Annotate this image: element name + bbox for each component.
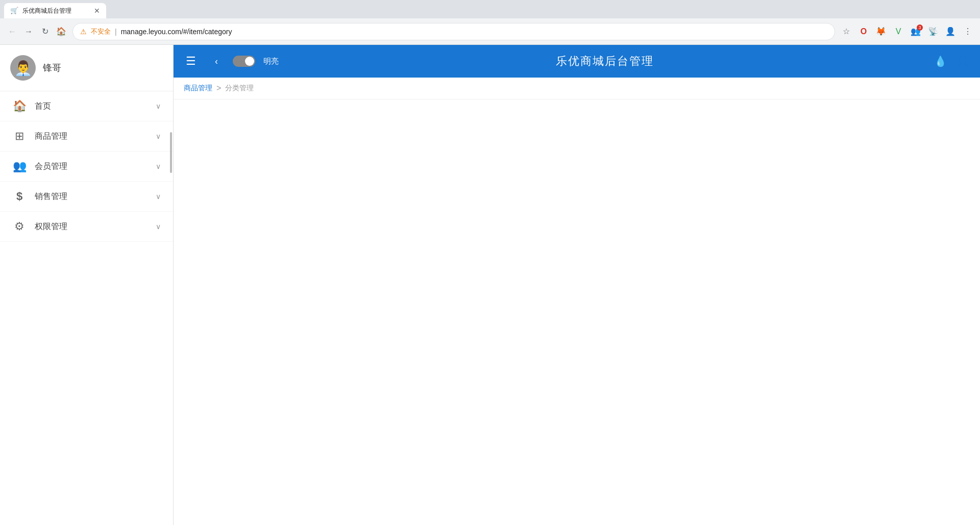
nav-item-home[interactable]: 🏠 首页 ∨ bbox=[0, 91, 173, 121]
theme-toggle[interactable] bbox=[233, 56, 255, 67]
main-content: ☰ ‹ 明亮 乐优商城后台管理 💧 👤 商品管理 > 分类管理 bbox=[174, 45, 980, 525]
opera-icon[interactable]: O bbox=[856, 24, 871, 39]
app-sidebar: 👨‍💼 锋哥 🏠 首页 ∨ ⊞ 商品管理 ∨ 👥 会员管理 bbox=[0, 45, 174, 525]
security-label: 不安全 bbox=[91, 27, 111, 36]
sales-arrow-icon: ∨ bbox=[156, 192, 161, 201]
profile-icon[interactable]: 👤 bbox=[943, 24, 958, 39]
forward-button[interactable]: → bbox=[21, 24, 36, 39]
header-action-icons: 💧 👤 bbox=[931, 52, 972, 70]
browser-content: 👨‍💼 锋哥 🏠 首页 ∨ ⊞ 商品管理 ∨ 👥 会员管理 bbox=[0, 45, 980, 525]
products-nav-icon: ⊞ bbox=[12, 130, 27, 143]
page-content bbox=[174, 99, 980, 525]
members-nav-icon: 👥 bbox=[12, 160, 27, 173]
products-arrow-icon: ∨ bbox=[156, 132, 161, 140]
permissions-nav-icon: ⚙ bbox=[12, 220, 27, 233]
theme-icon-button[interactable]: 💧 bbox=[931, 52, 949, 70]
breadcrumb-current: 分类管理 bbox=[225, 84, 254, 93]
app-header: ☰ ‹ 明亮 乐优商城后台管理 💧 👤 bbox=[174, 45, 980, 78]
tab-favicon: 🛒 bbox=[10, 7, 18, 15]
tab-bar: 🛒 乐优商城后台管理 ✕ bbox=[0, 0, 980, 18]
nav-label-products: 商品管理 bbox=[35, 131, 148, 142]
sidebar-nav: 🏠 首页 ∨ ⊞ 商品管理 ∨ 👥 会员管理 ∨ $ 销售管理 ∨ bbox=[0, 91, 173, 525]
nav-item-permissions[interactable]: ⚙ 权限管理 ∨ bbox=[0, 212, 173, 242]
avatar-icon: 👨‍💼 bbox=[14, 60, 32, 77]
tab-close-button[interactable]: ✕ bbox=[94, 7, 100, 15]
url-text: manage.leyou.com/#/item/category bbox=[121, 28, 827, 36]
chrome-browser: 🛒 乐优商城后台管理 ✕ ← → ↻ 🏠 ⚠ 不安全 | manage.leyo… bbox=[0, 0, 980, 525]
sidebar-username: 锋哥 bbox=[43, 62, 61, 74]
nav-label-sales: 销售管理 bbox=[35, 191, 148, 202]
tab-title: 乐优商城后台管理 bbox=[22, 7, 90, 15]
firefox-icon[interactable]: 🦊 bbox=[874, 24, 888, 39]
home-button[interactable]: 🏠 bbox=[54, 24, 68, 39]
vivaldi-icon[interactable]: V bbox=[891, 24, 905, 39]
app-title: 乐优商城后台管理 bbox=[287, 54, 923, 69]
reload-button[interactable]: ↻ bbox=[38, 24, 52, 39]
nav-item-products[interactable]: ⊞ 商品管理 ∨ bbox=[0, 121, 173, 152]
address-separator: | bbox=[115, 28, 117, 36]
nav-label-home: 首页 bbox=[35, 101, 148, 112]
chrome-action-buttons: ☆ O 🦊 V 👥 3 📡 👤 ⋮ bbox=[839, 24, 975, 39]
theme-toggle-label: 明亮 bbox=[263, 57, 279, 66]
sales-nav-icon: $ bbox=[12, 190, 27, 203]
bookmark-button[interactable]: ☆ bbox=[839, 24, 853, 39]
back-button[interactable]: ← bbox=[5, 24, 19, 39]
nav-item-members[interactable]: 👥 会员管理 ∨ bbox=[0, 152, 173, 182]
nav-label-members: 会员管理 bbox=[35, 161, 148, 172]
members-arrow-icon: ∨ bbox=[156, 162, 161, 170]
nav-label-permissions: 权限管理 bbox=[35, 221, 148, 232]
chrome-toolbar: ← → ↻ 🏠 ⚠ 不安全 | manage.leyou.com/#/item/… bbox=[0, 18, 980, 45]
security-icon: ⚠ bbox=[80, 28, 87, 36]
home-nav-icon: 🏠 bbox=[12, 99, 27, 113]
header-back-button[interactable]: ‹ bbox=[208, 53, 225, 69]
breadcrumb-link[interactable]: 商品管理 bbox=[184, 84, 212, 93]
active-tab[interactable]: 🛒 乐优商城后台管理 ✕ bbox=[4, 3, 106, 18]
user-icon-button[interactable]: 👤 bbox=[953, 52, 972, 70]
sidebar-header: 👨‍💼 锋哥 bbox=[0, 45, 173, 91]
cast-icon[interactable]: 📡 bbox=[926, 24, 940, 39]
address-bar[interactable]: ⚠ 不安全 | manage.leyou.com/#/item/category bbox=[72, 23, 835, 40]
toggle-knob bbox=[245, 57, 254, 66]
permissions-arrow-icon: ∨ bbox=[156, 222, 161, 231]
avatar: 👨‍💼 bbox=[10, 55, 36, 81]
nav-item-sales[interactable]: $ 销售管理 ∨ bbox=[0, 182, 173, 212]
menu-button[interactable]: ⋮ bbox=[961, 24, 975, 39]
extension-icon[interactable]: 👥 3 bbox=[909, 24, 923, 39]
sidebar-scrollbar bbox=[170, 132, 172, 173]
nav-buttons: ← → ↻ 🏠 bbox=[5, 24, 68, 39]
home-arrow-icon: ∨ bbox=[156, 102, 161, 110]
header-menu-button[interactable]: ☰ bbox=[182, 52, 200, 70]
breadcrumb-separator: > bbox=[216, 84, 221, 93]
breadcrumb: 商品管理 > 分类管理 bbox=[174, 78, 980, 99]
